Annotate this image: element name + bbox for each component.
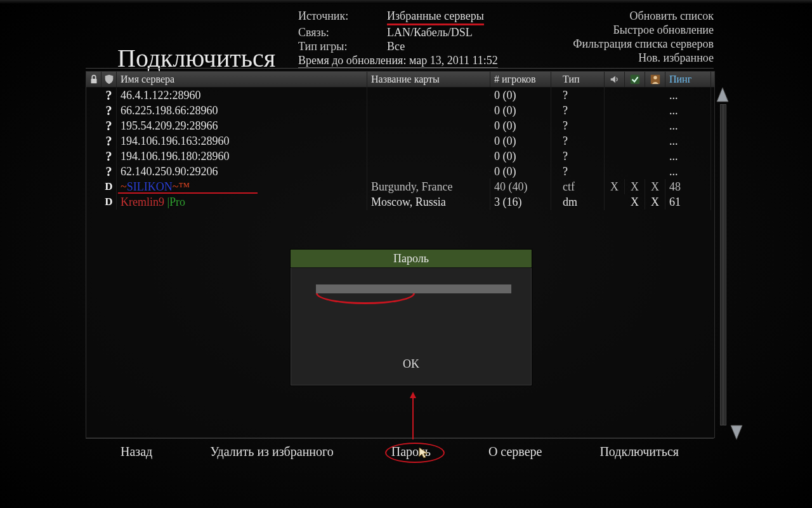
connection-label: Связь:	[298, 25, 381, 39]
back-button[interactable]: Назад	[121, 444, 152, 459]
cell: 0 (0)	[490, 87, 551, 104]
cell: ?	[102, 164, 117, 179]
update-time: Время до обновления: мар 13, 2011 11:52	[298, 53, 498, 68]
svg-marker-5	[731, 425, 742, 439]
cell: X	[645, 179, 665, 194]
annotation-arrow	[412, 394, 414, 439]
column-name[interactable]: Имя сервера	[117, 72, 367, 87]
table-row[interactable]: ?194.106.196.163:289600 (0)?...	[86, 133, 714, 149]
check-icon	[629, 74, 641, 85]
cell: ...	[665, 117, 711, 134]
cell: 66.225.198.66:28960	[117, 102, 367, 119]
column-ping[interactable]: Пинг	[665, 72, 711, 87]
question-icon: ?	[106, 133, 112, 149]
cell: ?	[551, 148, 605, 164]
cell: ...	[665, 148, 711, 164]
lock-icon	[88, 74, 100, 85]
column-map[interactable]: Название карты	[367, 72, 490, 87]
column-password-icon[interactable]	[86, 72, 102, 87]
person-icon	[650, 74, 661, 85]
cell: X	[625, 194, 645, 210]
password-dialog: Пароль OK	[290, 249, 532, 386]
cell: X	[605, 179, 625, 194]
cell: 62.140.250.90:29206	[117, 163, 367, 180]
cell	[367, 171, 490, 172]
table-row[interactable]: D~SILIKON~™Burgundy, France40 (40)ctfXXX…	[86, 179, 714, 194]
scroll-down-icon[interactable]	[730, 424, 743, 441]
new-favorite-button[interactable]: Нов. избранное	[573, 51, 714, 65]
delete-favorite-button[interactable]: Удалить из избранного	[210, 444, 334, 459]
quick-refresh-button[interactable]: Быстрое обновление	[573, 23, 714, 37]
table-body: ?46.4.1.122:289600 (0)?...?66.225.198.66…	[86, 88, 714, 210]
refresh-list-button[interactable]: Обновить список	[573, 9, 714, 23]
column-players[interactable]: # игроков	[490, 72, 551, 87]
gametype-label: Тип игры:	[298, 39, 381, 53]
cell: 0 (0)	[490, 148, 551, 164]
table-row[interactable]: DKremlin9 |ProMoscow, Russia3 (16)dmXX61	[86, 194, 714, 210]
table-row[interactable]: ?46.4.1.122:289600 (0)?...	[86, 88, 714, 103]
cell: ?	[551, 117, 605, 134]
cell: X	[645, 194, 665, 210]
connection-value[interactable]: LAN/Кабель/DSL	[387, 25, 473, 39]
footer-menu: Назад Удалить из избранного Пароль О сер…	[86, 444, 714, 459]
cell: 48	[665, 178, 711, 195]
cell: ~SILIKON~™	[117, 178, 367, 195]
scrollbar[interactable]	[716, 86, 730, 441]
cell	[367, 110, 490, 111]
column-punkbuster-icon[interactable]	[625, 72, 645, 87]
letter-d-icon: D	[105, 194, 112, 210]
table-row[interactable]: ?195.54.209.29:289660 (0)?...	[86, 118, 714, 133]
filter-servers-button[interactable]: Фильтрация списка серверов	[573, 37, 714, 51]
cell: ?	[551, 133, 605, 149]
password-button[interactable]: Пароль	[391, 444, 431, 459]
source-row[interactable]: Источник: Избранные серверы	[298, 9, 498, 25]
cell: ?	[102, 103, 117, 118]
cell: Kremlin9 |Pro	[117, 194, 367, 210]
question-icon: ?	[106, 164, 112, 179]
cell: D	[102, 194, 117, 210]
column-type[interactable]: Тип	[551, 72, 605, 87]
cell: 0 (0)	[490, 133, 551, 149]
cell: 0 (0)	[490, 102, 551, 119]
about-server-button[interactable]: О сервере	[488, 444, 542, 459]
cell: 40 (40)	[490, 178, 551, 195]
cell: 0 (0)	[490, 117, 551, 134]
connection-row[interactable]: Связь: LAN/Кабель/DSL	[298, 25, 498, 39]
letter-d-icon: D	[105, 179, 112, 194]
table-row[interactable]: ?62.140.250.90:292060 (0)?...	[86, 164, 714, 179]
svg-rect-1	[630, 75, 639, 84]
connect-button[interactable]: Подключиться	[599, 444, 679, 459]
cell: X	[625, 179, 645, 194]
cell: ?	[551, 102, 605, 119]
password-input[interactable]	[316, 284, 511, 293]
svg-rect-0	[91, 79, 96, 83]
column-voice-icon[interactable]	[605, 72, 625, 87]
question-icon: ?	[106, 88, 112, 103]
table-row[interactable]: ?66.225.198.66:289600 (0)?...	[86, 103, 714, 118]
cell: ...	[665, 133, 711, 149]
cell: ?	[102, 149, 117, 164]
column-pure-icon[interactable]	[102, 72, 117, 87]
table-row[interactable]: ?194.106.196.180:289600 (0)?...	[86, 149, 714, 164]
cell: ?	[551, 163, 605, 180]
question-icon: ?	[106, 149, 112, 164]
ok-button[interactable]: OK	[291, 358, 532, 371]
cell: 194.106.196.180:28960	[117, 148, 367, 164]
question-icon: ?	[106, 103, 112, 118]
shield-icon	[103, 74, 115, 85]
gametype-value[interactable]: Все	[387, 39, 405, 53]
cell: 46.4.1.122:28960	[117, 87, 367, 104]
scroll-up-icon[interactable]	[716, 86, 730, 103]
column-friendlyfire-icon[interactable]	[645, 72, 665, 87]
source-label: Источник:	[298, 9, 381, 23]
source-value[interactable]: Избранные серверы	[387, 9, 484, 25]
svg-point-3	[653, 76, 657, 79]
cell: ?	[102, 133, 117, 149]
gametype-row[interactable]: Тип игры: Все	[298, 39, 498, 53]
cell: 0 (0)	[490, 163, 551, 180]
cell: ?	[551, 87, 605, 104]
annotation-underline	[316, 293, 415, 304]
dialog-title: Пароль	[291, 250, 532, 268]
cell: ?	[102, 118, 117, 133]
scroll-track[interactable]	[720, 104, 726, 425]
